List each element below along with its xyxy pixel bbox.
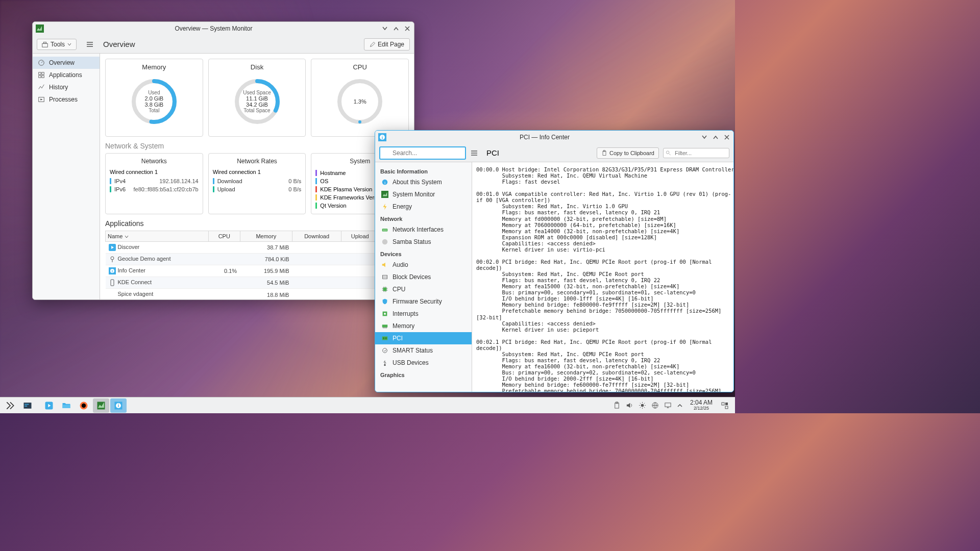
- hamburger-button[interactable]: [86, 40, 94, 48]
- table-row[interactable]: Geoclue Demo agent784.0 KiB: [106, 254, 409, 265]
- clipboard-tray-icon[interactable]: [613, 402, 621, 409]
- task-firefox[interactable]: [76, 398, 92, 413]
- svg-rect-6: [39, 76, 41, 78]
- network-row: IPv4192.168.124.14: [110, 177, 199, 185]
- copy-to-clipboard-button[interactable]: Copy to Clipboard: [597, 147, 659, 159]
- table-row[interactable]: Discover38.7 MiB: [106, 242, 409, 254]
- minimize-button[interactable]: [381, 25, 388, 32]
- sidebar-item-cpu[interactable]: CPU: [375, 283, 472, 295]
- task-sysmon[interactable]: [93, 398, 109, 413]
- sidebar-item-firmware-security[interactable]: Firmware Security: [375, 295, 472, 308]
- table-row[interactable]: iInfo Center0.1%195.9 MiB: [106, 265, 409, 277]
- minimize-button[interactable]: [701, 134, 708, 141]
- search-input[interactable]: [379, 146, 466, 160]
- sidebar-group: Graphics: [375, 369, 472, 380]
- table-header[interactable]: Memory: [240, 231, 292, 242]
- sidebar-item-pci[interactable]: PCI: [375, 332, 472, 344]
- memory-card: Memory Used2.0 GiB3.8 GiBTotal: [105, 59, 203, 137]
- sidebar-item-processes[interactable]: Processes: [33, 93, 100, 106]
- chart-icon: [38, 84, 45, 91]
- edit-page-button[interactable]: Edit Page: [364, 38, 410, 51]
- table-row[interactable]: KDE Connect54.5 MiB: [106, 277, 409, 289]
- clock[interactable]: 2:04 AM 2/12/25: [687, 399, 716, 411]
- task-discover[interactable]: [41, 398, 57, 413]
- toolbox-icon: [41, 41, 48, 48]
- sidebar-item-interrupts[interactable]: Interrupts: [375, 308, 472, 320]
- tools-dropdown[interactable]: Tools: [37, 39, 77, 50]
- titlebar[interactable]: i PCI — Info Center: [375, 131, 733, 144]
- sidebar-item-network-interfaces[interactable]: Network Interfaces: [375, 223, 472, 236]
- sidebar-item-samba-status[interactable]: Samba Status: [375, 236, 472, 248]
- task-settings[interactable]: [19, 398, 36, 413]
- table-header[interactable]: Upload: [341, 231, 379, 242]
- sidebar-item-audio[interactable]: Audio: [375, 259, 472, 271]
- table-row[interactable]: Spice vdagent18.8 MiB: [106, 289, 409, 299]
- titlebar[interactable]: Overview — System Monitor: [33, 22, 414, 35]
- sidebar-item-block-devices[interactable]: Block Devices: [375, 271, 472, 283]
- sidebar-item-system-monitor[interactable]: System Monitor: [375, 188, 472, 201]
- svg-rect-2: [43, 42, 46, 43]
- maximize-button[interactable]: [393, 25, 400, 32]
- sidebar-item-smart-status[interactable]: SMART Status: [375, 344, 472, 357]
- app-launcher[interactable]: [2, 398, 18, 413]
- connection-name: Wired connection 1: [213, 169, 302, 175]
- svg-rect-42: [385, 337, 387, 339]
- sidebar-group: Basic Information: [375, 165, 472, 176]
- svg-text:i: i: [112, 269, 113, 273]
- sidebar-group: Network: [375, 213, 472, 223]
- svg-rect-61: [722, 403, 724, 405]
- play-icon: [38, 96, 45, 103]
- close-button[interactable]: [404, 25, 411, 32]
- sidebar-item-memory[interactable]: Memory: [375, 320, 472, 332]
- table-header[interactable]: CPU: [208, 231, 240, 242]
- sidebar: Overview Applications History Processes: [33, 54, 100, 299]
- task-infocenter[interactable]: i: [110, 398, 127, 413]
- brightness-tray-icon[interactable]: [639, 402, 646, 409]
- filter-input[interactable]: [663, 148, 729, 158]
- grid-icon: [38, 71, 45, 79]
- clipboard-icon: [601, 150, 607, 156]
- window-title: PCI — Info Center: [388, 134, 701, 141]
- rate-row: Upload0 B/s: [213, 185, 302, 193]
- applications-title: Applications: [105, 219, 409, 228]
- volume-tray-icon[interactable]: [626, 402, 633, 409]
- svg-point-27: [666, 151, 669, 154]
- maximize-button[interactable]: [712, 134, 719, 141]
- hamburger-button[interactable]: [470, 149, 478, 157]
- sidebar-item-energy[interactable]: Energy: [375, 201, 472, 213]
- pencil-icon: [370, 41, 376, 47]
- close-button[interactable]: [723, 134, 730, 141]
- cpu-card: CPU 1.3%: [311, 59, 409, 137]
- sidebar-item-usb-devices[interactable]: USB Devices: [375, 357, 472, 369]
- svg-rect-37: [383, 288, 387, 291]
- svg-point-43: [383, 348, 387, 353]
- page-title: PCI: [486, 148, 499, 157]
- network-rates-card: Network Rates Wired connection 1 Downloa…: [208, 153, 306, 214]
- svg-rect-30: [381, 191, 388, 198]
- toolbar: PCI Copy to Clipboard: [375, 144, 733, 162]
- tray-expand-icon[interactable]: [677, 403, 683, 409]
- svg-rect-63: [725, 403, 728, 405]
- sidebar-item-history[interactable]: History: [33, 81, 100, 93]
- task-files[interactable]: [58, 398, 75, 413]
- svg-point-33: [384, 230, 385, 231]
- disk-card: Disk Used Space11.1 GiB34.2 GiBTotal Spa…: [208, 59, 306, 137]
- show-desktop[interactable]: [717, 398, 733, 413]
- sidebar-item-overview[interactable]: Overview: [33, 57, 100, 69]
- svg-point-58: [641, 404, 644, 407]
- networks-card: Networks Wired connection 1 IPv4192.168.…: [105, 153, 203, 214]
- table-header[interactable]: Download: [292, 231, 341, 242]
- display-tray-icon[interactable]: [664, 402, 672, 409]
- page-title: Overview: [103, 40, 135, 48]
- system-tray: [610, 402, 686, 409]
- svg-text:i: i: [118, 403, 119, 408]
- pci-output[interactable]: 00:00.0 Host bridge: Intel Corporation 8…: [472, 162, 733, 392]
- svg-rect-0: [36, 24, 44, 33]
- sidebar-item-about-this-system[interactable]: iAbout this System: [375, 176, 472, 188]
- info-center-window: i PCI — Info Center PCI Copy to Clipboar…: [375, 130, 734, 392]
- chevron-down-icon: [67, 42, 72, 47]
- svg-rect-40: [382, 337, 388, 340]
- table-header[interactable]: Name: [106, 231, 209, 242]
- sidebar-item-applications[interactable]: Applications: [33, 69, 100, 81]
- network-tray-icon[interactable]: [651, 402, 659, 409]
